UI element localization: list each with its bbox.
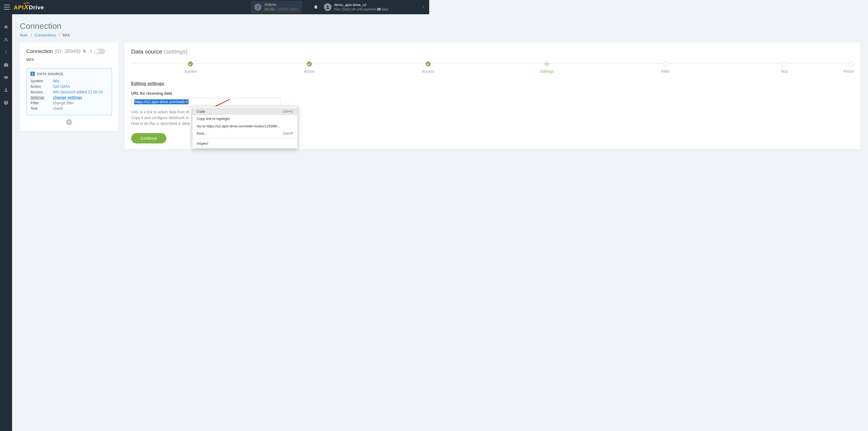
add-button[interactable]: + — [66, 119, 72, 125]
connection-title: Connection — [26, 48, 53, 54]
step-action[interactable]: Action — [250, 61, 369, 73]
stepper: System Action Access Settings Filter Tes… — [131, 61, 429, 73]
continue-button[interactable]: Continue — [131, 133, 166, 143]
hamburger-menu-icon[interactable] — [4, 5, 10, 10]
bell-icon[interactable] — [313, 4, 318, 10]
data-source-title: DATA SOURCE — [37, 72, 63, 76]
logo-api: API — [14, 4, 24, 11]
user-plan: Plan |Start| left until payment 29 days — [334, 7, 389, 12]
sitemap-icon[interactable] — [3, 37, 9, 42]
step-access[interactable]: Access — [369, 61, 429, 73]
actions-limit: / 50'000 — [276, 7, 288, 11]
user-menu[interactable]: demo_apix-drive_s2 Plan |Start| left unt… — [324, 3, 389, 11]
ds-key-system: System — [30, 79, 53, 83]
ds-key-settings: Settings — [30, 95, 53, 100]
connection-toggle[interactable] — [94, 49, 105, 54]
dollar-icon[interactable] — [3, 50, 9, 55]
user-icon[interactable] — [3, 87, 9, 93]
ctx-print[interactable]: Print...Ctrl+P — [192, 130, 298, 137]
briefcase-icon[interactable] — [3, 62, 9, 67]
youtube-icon[interactable] — [3, 75, 9, 80]
info-icon: i — [254, 4, 261, 11]
url-field-label: URL for receiving data — [131, 91, 429, 95]
data-source-number: 1 — [30, 72, 35, 76]
ds-key-action: Action — [30, 84, 53, 89]
connection-card: Connection (ID: 38949) WIX 1 DATA SOURCE… — [20, 42, 119, 131]
context-menu: CopyCtrl+C Copy link to highlight Go to … — [192, 106, 298, 149]
ctx-copy-link[interactable]: Copy link to highlight — [192, 115, 298, 122]
ds-val-test[interactable]: check — [53, 106, 108, 111]
ctx-inspect[interactable]: Inspect — [192, 140, 298, 147]
actions-used: 25'151 — [264, 7, 275, 11]
ds-val-filter[interactable]: change filter — [53, 101, 108, 105]
ctx-goto[interactable]: Go to https://s2.apix-drive.com/web-hook… — [192, 122, 298, 130]
breadcrumb-main[interactable]: Main — [20, 33, 28, 37]
editing-settings-heading: Editing settings — [131, 81, 429, 86]
topbar: API X Drive i Actions: 25'151 / 50'000 (… — [0, 0, 429, 14]
connection-name: WIX — [26, 57, 112, 64]
connection-id: (ID: 38949) — [54, 48, 81, 54]
ds-val-access[interactable]: Wix (account added 21.09.20 — [53, 90, 108, 94]
logo-drive: Drive — [29, 4, 44, 11]
ds-val-settings[interactable]: change settings — [53, 95, 108, 100]
ds-key-test: Test — [30, 106, 53, 111]
user-avatar-icon — [324, 3, 332, 11]
user-name: demo_apix-drive_s2 — [334, 3, 389, 7]
sidebar — [0, 14, 12, 213]
ds-key-filter: Filter — [30, 101, 53, 105]
ds-val-system[interactable]: Wix — [53, 79, 108, 83]
actions-counter[interactable]: i Actions: 25'151 / 50'000 (50%) — [251, 1, 302, 13]
gear-icon[interactable] — [88, 49, 92, 54]
actions-pct: (50%) — [289, 7, 299, 11]
ctx-copy[interactable]: CopyCtrl+C — [192, 107, 298, 115]
ds-val-action[interactable]: Get DATA — [53, 84, 108, 89]
home-icon[interactable] — [3, 24, 9, 30]
breadcrumb-current: WIX — [63, 33, 70, 37]
data-source-box[interactable]: 1 DATA SOURCE SystemWix ActionGet DATA A… — [26, 68, 112, 115]
document-icon[interactable] — [83, 49, 87, 54]
ds-key-access: Access — [30, 90, 53, 94]
actions-label: Actions: — [264, 2, 299, 7]
help-icon[interactable] — [3, 100, 9, 105]
settings-title: Data source (settings) — [131, 48, 429, 55]
breadcrumb: Main / Connections / WIX — [20, 33, 429, 37]
step-system[interactable]: System — [131, 61, 250, 73]
logo-x: X — [24, 3, 29, 11]
logo[interactable]: API X Drive — [14, 3, 44, 11]
url-selected-text: https://s2.apix-drive.com/web-h — [134, 99, 189, 104]
breadcrumb-connections[interactable]: Connections — [35, 33, 56, 37]
page-title: Connection — [20, 22, 429, 31]
chevron-down-icon[interactable] — [422, 5, 425, 10]
